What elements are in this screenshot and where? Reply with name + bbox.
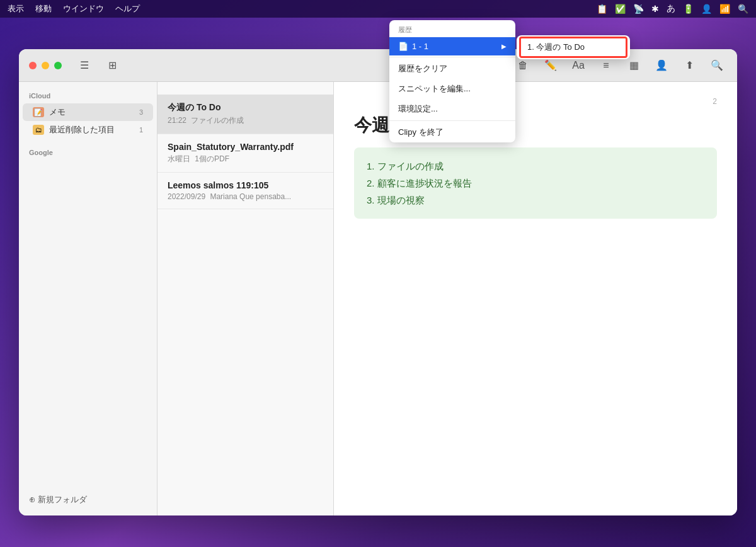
menubar-right: 📋 ✅ 📡 ✱ あ 🔋 👤 📶 🔍	[597, 3, 748, 14]
menu-item-display[interactable]: 表示	[8, 3, 24, 14]
sidebar-recently-deleted-label: 最近削除した項目	[49, 124, 134, 135]
battery-icon[interactable]: 🔋	[683, 4, 694, 14]
clipy-menu-item-3[interactable]: 環境設定...	[389, 99, 515, 119]
menu-item-move[interactable]: 移動	[35, 3, 52, 14]
clipy-submenu: 1. 今週の To Do	[517, 35, 630, 59]
menubar-left: 表示 移動 ウインドウ ヘルプ	[8, 3, 140, 14]
clipy-item-label-0: 1 - 1	[412, 42, 428, 51]
sidebar: iCloud 📝 メモ 3 🗂 最近削除した項目 1 Google ⊕ 新規フォ…	[19, 82, 158, 515]
account-icon[interactable]: 👤	[701, 4, 712, 14]
recently-deleted-icon: 🗂	[33, 125, 44, 135]
note-content-item-1: 2. 顧客に進捗状況を報告	[367, 175, 704, 192]
note-title-1: Spain_Statutory_Warranty.pdf	[168, 142, 323, 152]
note-item-0[interactable]: 今週の To Do 21:22 ファイルの作成	[158, 95, 333, 134]
sidebar-notes-label: メモ	[49, 107, 134, 118]
sidebar-section-google: Google	[19, 149, 157, 160]
minimize-button[interactable]	[42, 62, 49, 69]
clipy-item-label-4: Clipy を終了	[398, 127, 444, 138]
new-folder-button[interactable]: ⊕ 新規フォルダ	[29, 494, 87, 505]
menu-item-help[interactable]: ヘルプ	[115, 3, 140, 14]
sidebar-section-icloud: iCloud	[19, 92, 157, 103]
clipboard-icon[interactable]: 📋	[597, 4, 607, 14]
clipy-item-label-2: スニペットを編集...	[398, 83, 471, 95]
clipy-menu-divider-0	[389, 57, 515, 57]
clipy-item-label-3: 環境設定...	[398, 103, 438, 115]
note-content-item-0: 1. ファイルの作成	[367, 158, 704, 175]
note-meta-0: 21:22 ファイルの作成	[168, 115, 323, 126]
clipy-menu: 履歴 📄 1 - 1 ▶ 履歴をクリア スニペットを編集... 環境設定... …	[389, 20, 515, 142]
note-meta-1: 水曜日 1個のPDF	[168, 154, 323, 164]
wifi-icon[interactable]: 📶	[719, 4, 730, 14]
share-button[interactable]: ⬆	[679, 55, 699, 76]
list-view-button[interactable]: ☰	[74, 55, 94, 76]
note-item-2[interactable]: Leemos salmos 119:105 2022/09/29 Mariana…	[158, 173, 333, 209]
japanese-input-icon[interactable]: あ	[667, 3, 675, 14]
traffic-lights	[29, 62, 62, 69]
note-title-0: 今週の To Do	[168, 102, 323, 113]
note-detail-content: 1. ファイルの作成 2. 顧客に進捗状況を報告 3. 現場の視察	[354, 147, 717, 219]
clipy-menu-item-4[interactable]: Clipy を終了	[389, 122, 515, 142]
sidebar-recently-deleted-badge: 1	[139, 126, 143, 134]
user-button[interactable]: 👤	[651, 55, 672, 76]
notes-list-header	[158, 82, 333, 95]
sidebar-notes-badge: 3	[139, 108, 143, 116]
note-detail: 2 今週の To Do 1. ファイルの作成 2. 顧客に進捗状況を報告 3. …	[334, 82, 737, 515]
close-button[interactable]	[29, 62, 37, 69]
search-button[interactable]: 🔍	[707, 55, 727, 76]
grid-view-button[interactable]: ⊞	[102, 55, 122, 76]
notes-icon: 📝	[33, 107, 44, 117]
clipy-menu-item-2[interactable]: スニペットを編集...	[389, 79, 515, 99]
new-folder-label: ⊕ 新規フォルダ	[29, 494, 87, 505]
menu-item-window[interactable]: ウインドウ	[63, 3, 104, 14]
fullscreen-button[interactable]	[54, 62, 62, 69]
clipy-item-label-1: 履歴をクリア	[398, 63, 447, 74]
app-area: ☰ ⊞ 🗑 ✏️ Aa ≡ ▦ 👤 ⬆ 🔍 iCloud 📝 メモ 3	[0, 18, 756, 547]
clipy-submenu-item-0[interactable]: 1. 今週の To Do	[519, 37, 627, 58]
note-meta-2: 2022/09/29 Mariana Que pensaba...	[168, 192, 323, 201]
menubar: 表示 移動 ウインドウ ヘルプ 📋 ✅ 📡 ✱ あ 🔋 👤 📶 🔍	[0, 0, 756, 18]
note-item-1[interactable]: Spain_Statutory_Warranty.pdf 水曜日 1個のPDF	[158, 134, 333, 173]
clipy-menu-item-1[interactable]: 履歴をクリア	[389, 59, 515, 79]
note-title-2: Leemos salmos 119:105	[168, 180, 323, 190]
checkmark-icon[interactable]: ✅	[615, 4, 626, 14]
clipy-menu-divider-1	[389, 120, 515, 121]
clipy-menu-header: 履歴	[389, 20, 515, 37]
note-content-item-2: 3. 現場の視察	[367, 192, 704, 209]
spotlight-icon[interactable]: 🔍	[738, 4, 748, 14]
clipy-menu-item-0[interactable]: 📄 1 - 1 ▶	[389, 37, 515, 55]
notes-list: 今週の To Do 21:22 ファイルの作成 Spain_Statutory_…	[158, 82, 334, 515]
clipy-overlay: 履歴 📄 1 - 1 ▶ 履歴をクリア スニペットを編集... 環境設定... …	[389, 18, 630, 142]
folder-icon: 📄	[398, 42, 408, 51]
sidebar-item-notes[interactable]: 📝 メモ 3	[23, 103, 153, 121]
wifi-radar-icon[interactable]: 📡	[633, 4, 644, 14]
submenu-arrow-0: ▶	[501, 43, 507, 50]
bluetooth-icon[interactable]: ✱	[651, 4, 659, 14]
main-content: iCloud 📝 メモ 3 🗂 最近削除した項目 1 Google ⊕ 新規フォ…	[19, 82, 737, 515]
sidebar-item-recently-deleted[interactable]: 🗂 最近削除した項目 1	[23, 121, 153, 139]
clipy-submenu-label-0: 1. 今週の To Do	[527, 42, 585, 52]
